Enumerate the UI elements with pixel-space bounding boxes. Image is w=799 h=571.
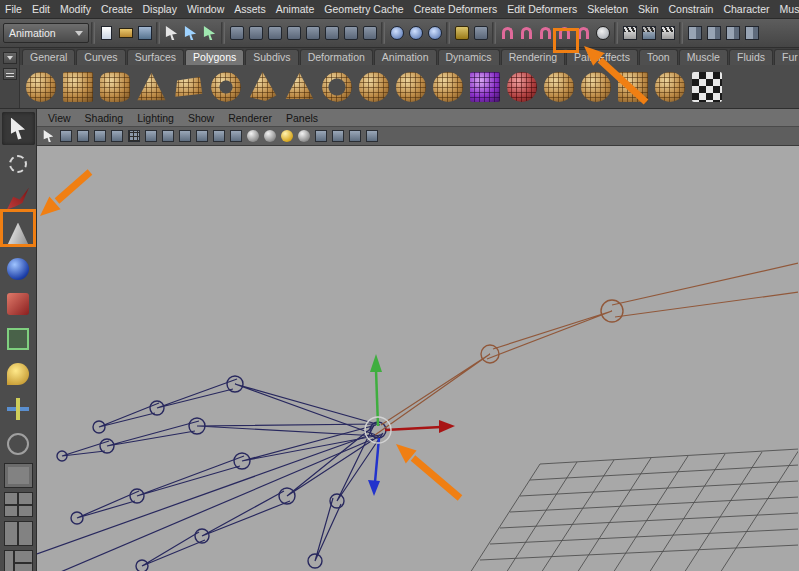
tool-settings-toggle-icon[interactable] [704,22,723,44]
shelf-tab[interactable]: Fur [774,49,799,65]
select-tool[interactable] [2,112,35,145]
combine-icon[interactable] [540,66,577,107]
panel-menu-item[interactable]: Shading [78,112,131,124]
shelf-tab[interactable]: Deformation [300,49,373,65]
shelf-tab[interactable]: Surfaces [127,49,184,65]
status-divider[interactable] [221,22,225,44]
input-operations-icon[interactable] [387,22,406,44]
status-divider[interactable] [446,22,450,44]
poly-plane-icon[interactable] [170,66,207,107]
paint-select-tool[interactable] [2,182,35,215]
show-manipulator-tool[interactable] [2,392,35,425]
bookmark-icon[interactable] [92,129,107,144]
hand-skeleton-joints[interactable] [37,376,386,571]
status-divider[interactable] [381,22,385,44]
rotate-tool[interactable] [2,252,35,285]
wireframe-mode-icon[interactable] [245,129,260,144]
make-object-live-icon[interactable] [593,22,612,44]
snap-to-grids-icon[interactable] [498,22,517,44]
attribute-editor-toggle-icon[interactable] [685,22,704,44]
gate-mask-icon[interactable] [177,129,192,144]
poly-cone-icon[interactable] [133,66,170,107]
menu-item[interactable]: Constrain [663,3,718,15]
poly-pipe-icon[interactable] [318,66,355,107]
lock-camera-icon[interactable] [58,129,73,144]
shelf-tab[interactable]: Animation [374,49,437,65]
snap-to-curves-icon[interactable] [517,22,536,44]
channel-box-toggle-icon[interactable] [723,22,742,44]
poly-sphere-icon[interactable] [22,66,59,107]
shelf-tab[interactable]: Rendering [501,49,565,65]
menu-item[interactable]: Skin [633,3,663,15]
poly-helix-icon[interactable] [355,66,392,107]
shelf-tab[interactable]: Fluids [729,49,773,65]
construction-history-toggle-icon[interactable] [406,22,425,44]
use-all-lights-icon[interactable] [296,129,311,144]
safe-action-icon[interactable] [211,129,226,144]
menu-item[interactable]: Create Deformers [409,3,502,15]
poly-cube-icon[interactable] [59,66,96,107]
mask-surfaces-icon[interactable] [284,22,303,44]
menu-item[interactable]: Create [96,3,138,15]
checker-map-icon[interactable] [688,66,725,107]
textured-mode-icon[interactable] [279,129,294,144]
poly-prism-icon[interactable] [244,66,281,107]
new-scene-icon[interactable] [97,22,116,44]
soft-modification-tool[interactable] [2,357,35,390]
safe-title-icon[interactable] [228,129,243,144]
scale-tool[interactable] [2,287,35,320]
last-tool-used[interactable] [2,427,35,460]
camera-attributes-icon[interactable] [75,129,90,144]
panel-menu-item[interactable]: Renderer [221,112,279,124]
status-divider[interactable] [156,22,160,44]
grease-pencil-icon[interactable] [364,129,379,144]
mask-deformers-icon[interactable] [303,22,322,44]
shelf-tab[interactable]: Subdivs [245,49,298,65]
snap-to-view-planes-icon[interactable] [574,22,593,44]
mask-curves-icon[interactable] [265,22,284,44]
status-divider[interactable] [492,22,496,44]
camera-select-icon[interactable] [41,129,56,144]
shelf-tab[interactable]: PaintEffects [566,49,638,65]
shelf-tab-switcher-button[interactable] [3,52,17,64]
panel-menu-item[interactable]: Show [181,112,221,124]
poly-cylinder-icon[interactable] [96,66,133,107]
poly-soccer-ball-icon[interactable] [392,66,429,107]
menu-item[interactable]: Animate [271,3,320,15]
highlight-selection-mode-icon[interactable] [471,22,490,44]
open-scene-icon[interactable] [116,22,135,44]
panel-menu-item[interactable]: View [41,112,78,124]
menu-item[interactable]: Window [182,3,229,15]
shaded-mode-icon[interactable] [262,129,277,144]
perspective-viewport[interactable] [37,146,799,571]
panel-menu-item[interactable]: Panels [279,112,325,124]
xray-icon[interactable] [330,129,345,144]
menu-item[interactable]: Geometry Cache [319,3,408,15]
field-chart-icon[interactable] [194,129,209,144]
grid-toggle-icon[interactable] [126,129,141,144]
mask-rendering-icon[interactable] [341,22,360,44]
menu-set-selector[interactable]: Animation [3,23,89,43]
select-by-object-icon[interactable] [181,22,200,44]
poly-torus-icon[interactable] [207,66,244,107]
render-current-frame-icon[interactable] [620,22,639,44]
poly-pyramid-icon[interactable] [281,66,318,107]
menu-item[interactable]: Modify [55,3,96,15]
two-pane-layout-button[interactable] [4,521,33,546]
menu-item[interactable]: Display [137,3,181,15]
shelf-tab[interactable]: Muscle [679,49,728,65]
shelf-tab[interactable]: Curves [76,49,125,65]
four-pane-layout-button[interactable] [4,492,33,517]
mask-misc-icon[interactable] [360,22,379,44]
three-pane-layout-button[interactable] [4,550,33,571]
select-by-component-icon[interactable] [200,22,219,44]
panel-menu-item[interactable]: Lighting [130,112,181,124]
resolution-gate-icon[interactable] [160,129,175,144]
shelf-tab[interactable]: Polygons [185,49,244,65]
snap-to-projected-center-icon[interactable] [555,22,574,44]
ipr-render-icon[interactable] [639,22,658,44]
sculpt-geometry-icon[interactable] [503,66,540,107]
mask-dynamics-icon[interactable] [322,22,341,44]
poly-platonic-solid-icon[interactable] [429,66,466,107]
status-divider[interactable] [91,22,95,44]
